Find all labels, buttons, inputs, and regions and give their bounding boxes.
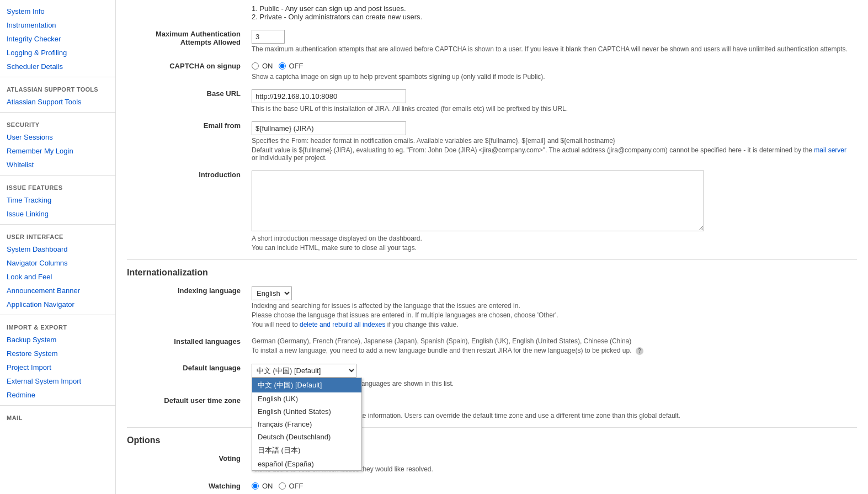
sidebar-item-backup-system[interactable]: Backup System <box>0 333 115 347</box>
max-auth-desc: The maximum authentication attempts that… <box>252 45 854 53</box>
sidebar-item-integrity-checker[interactable]: Integrity Checker <box>0 32 115 46</box>
intro-desc1: A short introduction message displayed o… <box>252 235 854 242</box>
indexing-lang-desc3: You will need to delete and rebuild all … <box>252 321 854 328</box>
default-lang-dropdown-list: 中文 (中国) [Default] English (UK) English (… <box>252 378 362 471</box>
dd-item-german[interactable]: Deutsch (Deutschland) <box>252 431 361 443</box>
captcha-off-label[interactable]: OFF <box>279 62 303 70</box>
sidebar-item-external-import[interactable]: External System Import <box>0 374 115 388</box>
dd-item-french[interactable]: français (France) <box>252 418 361 431</box>
default-tz-label: Default user time zone <box>127 392 248 424</box>
watching-radio-group: ON OFF <box>252 482 303 490</box>
sidebar-item-logging-profiling[interactable]: Logging & Profiling <box>0 46 115 60</box>
captcha-radio-group: ON OFF <box>252 62 303 70</box>
default-lang-label: Default language <box>127 359 248 392</box>
sidebar: System Info Instrumentation Integrity Ch… <box>0 0 116 494</box>
indexing-lang-select[interactable]: English <box>252 286 292 300</box>
captcha-off-radio[interactable] <box>279 62 286 70</box>
installed-langs-label: Installed languages <box>127 333 248 359</box>
intro-desc2: You can include HTML, make sure to close… <box>252 244 854 252</box>
options-heading: Options <box>127 427 857 450</box>
section-issue-features: ISSUE FEATURES <box>0 179 115 193</box>
default-lang-dropdown-container: 中文 (中国) [Default] 中文 (中国) [Default] Engl… <box>252 364 356 378</box>
captcha-on-radio[interactable] <box>252 62 259 70</box>
empty-label <box>127 0 248 25</box>
help-icon[interactable]: ? <box>636 347 643 355</box>
sidebar-item-redmine[interactable]: Redmine <box>0 388 115 402</box>
sidebar-item-remember-login[interactable]: Remember My Login <box>0 144 115 158</box>
dd-item-chinese[interactable]: 中文 (中国) [Default] <box>252 378 361 392</box>
sidebar-item-user-sessions[interactable]: User Sessions <box>0 130 115 144</box>
voting-label: Voting <box>127 450 248 477</box>
sidebar-item-system-dashboard[interactable]: System Dashboard <box>0 242 115 256</box>
sidebar-item-announcement-banner[interactable]: Announcement Banner <box>0 284 115 298</box>
public-desc2: 2. Private - Only administrators can cre… <box>252 13 854 21</box>
intro-label: Introduction <box>127 166 248 256</box>
watching-off-radio[interactable] <box>279 482 286 490</box>
watching-label: Watching <box>127 477 248 494</box>
indexing-lang-desc1: Indexing and searching for issues is aff… <box>252 302 854 310</box>
default-lang-select[interactable]: 中文 (中国) [Default] <box>252 364 356 378</box>
installed-langs-desc: To install a new language, you need to a… <box>252 347 854 355</box>
watching-off-label[interactable]: OFF <box>279 482 303 490</box>
sidebar-item-whitelist[interactable]: Whitelist <box>0 158 115 172</box>
captcha-on-label[interactable]: ON <box>252 62 273 70</box>
mail-server-link[interactable]: mail server <box>814 146 846 154</box>
sidebar-item-time-tracking[interactable]: Time Tracking <box>0 193 115 207</box>
watching-on-label[interactable]: ON <box>252 482 273 490</box>
sidebar-item-project-import[interactable]: Project Import <box>0 360 115 374</box>
section-import-export: IMPORT & EXPORT <box>0 318 115 333</box>
email-from-desc1: Specifies the From: header format in not… <box>252 137 854 145</box>
sidebar-item-restore-system[interactable]: Restore System <box>0 347 115 360</box>
section-user-interface: USER INTERFACE <box>0 228 115 242</box>
indexing-lang-label: Indexing language <box>127 282 248 333</box>
sidebar-item-system-info[interactable]: System Info <box>0 4 115 18</box>
captcha-desc: Show a captcha image on sign up to help … <box>252 73 854 81</box>
dd-item-spanish[interactable]: español (España) <box>252 458 361 470</box>
intro-textarea[interactable] <box>252 171 704 231</box>
base-url-input[interactable] <box>252 89 406 103</box>
email-from-label: Email from <box>127 117 248 166</box>
base-url-label: Base URL <box>127 85 248 117</box>
sidebar-item-atlassian-support[interactable]: Atlassian Support Tools <box>0 95 115 109</box>
main-content: 1. Public - Any user can sign up and pos… <box>116 0 868 494</box>
rebuild-index-link[interactable]: delete and rebuild all indexes <box>300 321 385 328</box>
dd-item-english-uk[interactable]: English (UK) <box>252 392 361 405</box>
max-auth-label: Maximum AuthenticationAttempts Allowed <box>127 25 248 57</box>
sidebar-item-instrumentation[interactable]: Instrumentation <box>0 18 115 32</box>
sidebar-item-navigator-columns[interactable]: Navigator Columns <box>0 256 115 270</box>
sidebar-item-application-navigator[interactable]: Application Navigator <box>0 298 115 311</box>
max-auth-input[interactable] <box>252 30 285 44</box>
i18n-heading: Internationalization <box>127 259 857 282</box>
installed-langs-value: German (Germany), French (France), Japan… <box>252 337 854 345</box>
section-mail: MAIL <box>0 409 115 423</box>
email-from-input[interactable] <box>252 121 406 135</box>
dd-item-english-us[interactable]: English (United States) <box>252 405 361 418</box>
captcha-label: CAPTCHA on signup <box>127 57 248 85</box>
sidebar-item-look-and-feel[interactable]: Look and Feel <box>0 270 115 284</box>
section-atlassian: ATLASSIAN SUPPORT TOOLS <box>0 81 115 95</box>
dd-item-japanese[interactable]: 日本語 (日本) <box>252 443 361 458</box>
sidebar-item-scheduler-details[interactable]: Scheduler Details <box>0 60 115 73</box>
public-desc1: 1. Public - Any user can sign up and pos… <box>252 4 854 13</box>
base-url-desc: This is the base URL of this installatio… <box>252 105 854 113</box>
email-from-desc2: Default value is ${fullname} (JIRA), eva… <box>252 146 854 162</box>
section-security: SECURITY <box>0 116 115 130</box>
sidebar-item-issue-linking[interactable]: Issue Linking <box>0 207 115 221</box>
indexing-lang-desc2: Please choose the language that issues a… <box>252 311 854 319</box>
watching-on-radio[interactable] <box>252 482 259 490</box>
